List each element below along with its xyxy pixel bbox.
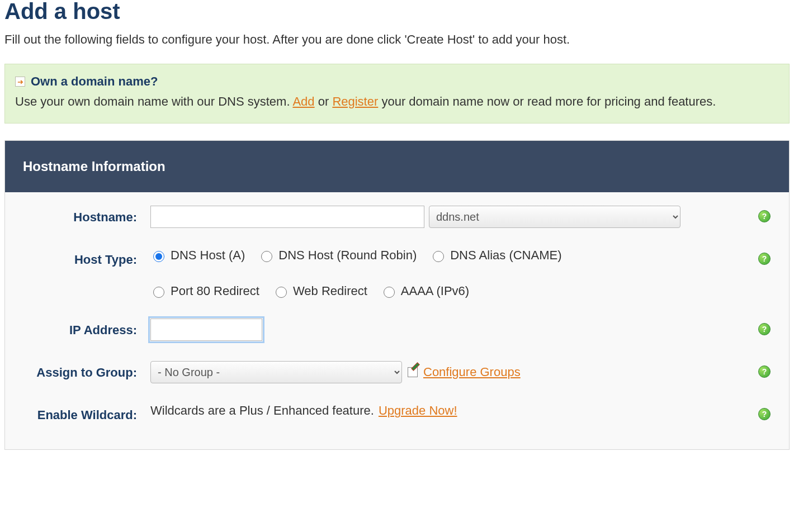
help-icon[interactable]: ? [758,210,771,222]
add-domain-link[interactable]: Add [292,94,314,108]
notice-body: Use your own domain name with our DNS sy… [15,92,779,111]
ip-address-label: IP Address: [5,319,150,338]
radio-aaaa-ipv6[interactable]: AAAA (IPv6) [381,284,469,298]
radio-web-redirect-label: Web Redirect [293,284,367,298]
row-hostname: Hostname: ddns.net ? [5,196,776,238]
radio-port80-redirect-input[interactable] [153,287,164,298]
help-icon[interactable]: ? [758,365,771,378]
hostname-info-panel: Hostname Information Hostname: ddns.net … [4,140,790,450]
radio-aaaa-ipv6-label: AAAA (IPv6) [401,284,469,298]
domain-select[interactable]: ddns.net [429,206,680,228]
row-enable-wildcard: Enable Wildcard: Wildcards are a Plus / … [5,393,776,433]
group-select[interactable]: - No Group - [150,361,402,383]
help-icon[interactable]: ? [758,323,771,335]
radio-port80-redirect[interactable]: Port 80 Redirect [150,284,259,298]
row-ip-address: IP Address: ? [5,308,776,351]
upgrade-now-link[interactable]: Upgrade Now! [379,403,457,418]
configure-groups-link[interactable]: Configure Groups [423,365,521,379]
wildcard-text: Wildcards are a Plus / Enhanced feature. [150,403,374,418]
help-icon[interactable]: ? [758,253,771,265]
register-domain-link[interactable]: Register [332,94,378,108]
notice-title: Own a domain name? [31,74,158,89]
hostname-input[interactable] [150,206,424,228]
notice-text-pre: Use your own domain name with our DNS sy… [15,94,292,108]
radio-dns-alias-cname-label: DNS Alias (CNAME) [450,248,561,263]
radio-dns-host-rr-label: DNS Host (Round Robin) [278,248,417,263]
radio-dns-alias-cname-input[interactable] [433,251,444,262]
radio-dns-host-a[interactable]: DNS Host (A) [150,248,245,263]
row-host-type: Host Type: DNS Host (A) DNS Host (Round … [5,238,776,308]
ip-address-input[interactable] [150,319,262,341]
host-type-label: Host Type: [5,248,150,267]
radio-dns-host-a-label: DNS Host (A) [171,248,245,263]
panel-header: Hostname Information [5,141,789,192]
page-subtitle: Fill out the following fields to configu… [4,32,790,47]
radio-port80-redirect-label: Port 80 Redirect [171,284,259,298]
page-title: Add a host [4,0,790,22]
hostname-label: Hostname: [5,206,150,225]
notice-text-post: your domain name now or read more for pr… [378,94,716,108]
edit-icon [407,366,419,378]
radio-dns-host-rr[interactable]: DNS Host (Round Robin) [258,248,417,263]
arrow-right-icon: ➜ [15,77,25,87]
domain-notice: ➜ Own a domain name? Use your own domain… [4,64,790,124]
radio-web-redirect[interactable]: Web Redirect [273,284,367,298]
enable-wildcard-label: Enable Wildcard: [5,403,150,422]
radio-dns-alias-cname[interactable]: DNS Alias (CNAME) [430,248,561,263]
radio-aaaa-ipv6-input[interactable] [384,287,395,298]
help-icon[interactable]: ? [758,408,771,420]
radio-dns-host-rr-input[interactable] [261,251,272,262]
radio-web-redirect-input[interactable] [276,287,287,298]
radio-dns-host-a-input[interactable] [153,251,164,262]
notice-text-or: or [315,94,333,108]
row-assign-group: Assign to Group: - No Group - Configure … [5,351,776,393]
assign-group-label: Assign to Group: [5,361,150,380]
